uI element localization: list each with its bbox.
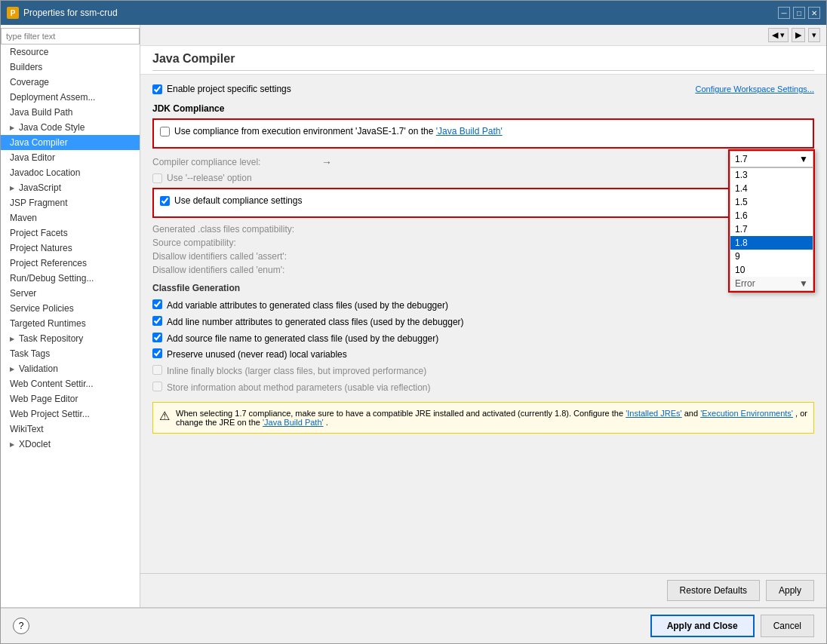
cancel-button[interactable]: Cancel bbox=[761, 615, 814, 637]
version-option-1.3[interactable]: 1.3 bbox=[730, 168, 813, 182]
configure-workspace-link[interactable]: Configure Workspace Settings... bbox=[695, 84, 814, 94]
error-label: Error bbox=[735, 278, 755, 289]
use-release-row: Use '--release' option bbox=[152, 173, 814, 183]
sidebar-item-xdoclet[interactable]: XDoclet bbox=[1, 437, 140, 452]
title-controls: ─ □ ✕ bbox=[778, 7, 820, 19]
classfile-item-0: Add variable attributes to generated cla… bbox=[152, 299, 814, 312]
use-compliance-checkbox[interactable] bbox=[160, 127, 170, 136]
sidebar-item-jsp-fragment[interactable]: JSP Fragment bbox=[1, 195, 140, 210]
apply-button[interactable]: Apply bbox=[766, 580, 814, 601]
footer-buttons: Apply and Close Cancel bbox=[650, 615, 814, 637]
classfile-checkbox-1[interactable] bbox=[152, 316, 162, 326]
back-button[interactable]: ◀ ▾ bbox=[768, 28, 789, 42]
sidebar-item-project-natures[interactable]: Project Natures bbox=[1, 241, 140, 256]
use-default-checkbox[interactable] bbox=[160, 196, 170, 206]
sidebar-item-run-debug[interactable]: Run/Debug Setting... bbox=[1, 271, 140, 286]
exec-env-link[interactable]: 'Execution Environments' bbox=[700, 409, 793, 418]
classfile-checkbox-5[interactable] bbox=[152, 382, 162, 391]
compiler-compliance-label: Compiler compliance level: bbox=[152, 157, 318, 167]
help-button[interactable]: ? bbox=[13, 618, 29, 634]
sidebar-item-task-repository[interactable]: Task Repository bbox=[1, 331, 140, 346]
app-icon: P bbox=[7, 7, 19, 19]
source-compat-label: Source compatibility: bbox=[152, 238, 318, 248]
error-row: Error ▼ bbox=[730, 277, 813, 290]
minimize-button[interactable]: ─ bbox=[778, 7, 790, 19]
sidebar-item-task-tags[interactable]: Task Tags bbox=[1, 346, 140, 361]
sidebar-item-project-facets[interactable]: Project Facets bbox=[1, 225, 140, 241]
classfile-generation-section: Classfile Generation Add variable attrib… bbox=[152, 283, 814, 394]
version-option-1.4[interactable]: 1.4 bbox=[730, 182, 813, 195]
maximize-button[interactable]: □ bbox=[793, 7, 805, 19]
java-build-path-link[interactable]: 'Java Build Path' bbox=[436, 126, 503, 136]
classfile-checkbox-0[interactable] bbox=[152, 299, 162, 309]
classfile-checkbox-4[interactable] bbox=[152, 365, 162, 375]
classfile-label-0: Add variable attributes to generated cla… bbox=[167, 299, 448, 312]
classfile-checkbox-3[interactable] bbox=[152, 348, 162, 358]
enable-specific-settings-checkbox[interactable] bbox=[152, 84, 162, 94]
sidebar-item-project-references[interactable]: Project References bbox=[1, 256, 140, 271]
forward2-button[interactable]: ▾ bbox=[808, 28, 820, 42]
window-title: Properties for ssm-crud bbox=[23, 8, 118, 18]
sidebar-item-web-page-editor[interactable]: Web Page Editor bbox=[1, 391, 140, 406]
filter-input[interactable] bbox=[1, 28, 140, 44]
top-bar: Enable project specific settings Configu… bbox=[152, 84, 814, 94]
classfile-item-2: Add source file name to generated class … bbox=[152, 333, 814, 345]
sidebar-item-maven[interactable]: Maven bbox=[1, 210, 140, 225]
sidebar-item-targeted-runtimes[interactable]: Targeted Runtimes bbox=[1, 316, 140, 331]
title-bar: P Properties for ssm-crud ─ □ ✕ bbox=[1, 1, 826, 25]
sidebar-item-java-editor[interactable]: Java Editor bbox=[1, 150, 140, 165]
footer: ? Apply and Close Cancel bbox=[1, 607, 826, 643]
use-compliance-border: Use compliance from execution environmen… bbox=[152, 118, 814, 149]
disallow-assert-label: Disallow identifiers called 'assert': bbox=[152, 251, 318, 262]
enable-specific-settings-label: Enable project specific settings bbox=[167, 84, 291, 94]
disallow-enum-label: Disallow identifiers called 'enum': bbox=[152, 265, 318, 275]
sidebar-item-resource[interactable]: Resource bbox=[1, 44, 140, 60]
use-default-label: Use default compliance settings bbox=[174, 195, 302, 206]
version-dropdown-selected[interactable]: 1.7 ▼ bbox=[730, 151, 813, 167]
sidebar-item-validation[interactable]: Validation bbox=[1, 361, 140, 376]
version-option-1.6[interactable]: 1.6 bbox=[730, 209, 813, 222]
sidebar-item-java-compiler[interactable]: Java Compiler bbox=[1, 135, 140, 150]
sidebar-item-java-build-path[interactable]: Java Build Path bbox=[1, 105, 140, 120]
sidebar-item-server[interactable]: Server bbox=[1, 286, 140, 301]
version-option-10[interactable]: 10 bbox=[730, 263, 813, 277]
main-window: P Properties for ssm-crud ─ □ ✕ Resource… bbox=[0, 0, 827, 644]
sidebar-item-java-code-style[interactable]: Java Code Style bbox=[1, 120, 140, 135]
sidebar-item-javascript[interactable]: JavaScript bbox=[1, 180, 140, 195]
version-option-1.7[interactable]: 1.7 bbox=[730, 222, 813, 236]
sidebar-item-javadoc[interactable]: Javadoc Location bbox=[1, 165, 140, 180]
sidebar-item-coverage[interactable]: Coverage bbox=[1, 75, 140, 90]
source-compat-row: Source compatibility: bbox=[152, 238, 814, 248]
classfile-label-5: Store information about method parameter… bbox=[167, 382, 431, 394]
classfile-label-3: Preserve unused (never read) local varia… bbox=[167, 348, 347, 361]
sidebar-item-web-content[interactable]: Web Content Settir... bbox=[1, 376, 140, 391]
sidebar-item-web-project[interactable]: Web Project Settir... bbox=[1, 406, 140, 422]
classfile-title: Classfile Generation bbox=[152, 283, 814, 293]
sidebar-item-deployment[interactable]: Deployment Assem... bbox=[1, 90, 140, 105]
version-option-1.5[interactable]: 1.5 bbox=[730, 195, 813, 209]
installed-jres-link[interactable]: 'Installed JREs' bbox=[626, 409, 682, 418]
classfile-label-1: Add line number attributes to generated … bbox=[167, 316, 464, 329]
restore-defaults-button[interactable]: Restore Defaults bbox=[667, 580, 760, 601]
classfile-label-2: Add source file name to generated class … bbox=[167, 333, 438, 345]
version-option-1.8[interactable]: 1.8 bbox=[730, 236, 813, 250]
apply-and-close-button[interactable]: Apply and Close bbox=[650, 615, 755, 637]
version-selected-value: 1.7 bbox=[735, 154, 748, 164]
jdk-compliance-title: JDK Compliance bbox=[152, 103, 814, 114]
sidebar-item-builders[interactable]: Builders bbox=[1, 60, 140, 75]
title-bar-left: P Properties for ssm-crud bbox=[7, 7, 118, 19]
arrow-icon: → bbox=[321, 156, 332, 168]
use-release-checkbox[interactable] bbox=[152, 173, 162, 183]
close-button[interactable]: ✕ bbox=[808, 7, 820, 19]
classfile-item-1: Add line number attributes to generated … bbox=[152, 316, 814, 329]
sidebar-item-service-policies[interactable]: Service Policies bbox=[1, 301, 140, 316]
classfile-item-3: Preserve unused (never read) local varia… bbox=[152, 348, 814, 361]
classfile-checkbox-2[interactable] bbox=[152, 333, 162, 342]
forward-button[interactable]: ▶ bbox=[792, 28, 805, 42]
sidebar-item-wikitext[interactable]: WikiText bbox=[1, 422, 140, 437]
version-option-9[interactable]: 9 bbox=[730, 250, 813, 263]
warning-icon: ⚠ bbox=[159, 409, 170, 427]
classfile-item-5: Store information about method parameter… bbox=[152, 382, 814, 394]
disallow-enum-row: Disallow identifiers called 'enum': bbox=[152, 265, 814, 275]
java-build-path-link2[interactable]: 'Java Build Path' bbox=[263, 418, 324, 427]
